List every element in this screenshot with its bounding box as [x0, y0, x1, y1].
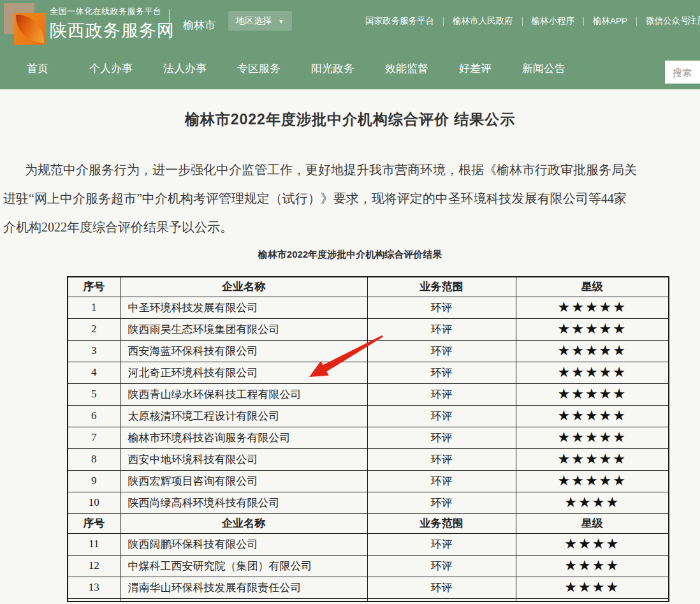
link-separator [583, 17, 584, 26]
table-row: 3 西安海蓝环保科技有限公司 环评 ★★★★★ [68, 340, 669, 362]
cell-star-rating: ★★★★ [516, 533, 669, 555]
quick-links: 国家政务服务平台 榆林市人民政府 榆林小程序 榆林APP 微信公众号 [365, 9, 689, 33]
nav-item-supervision[interactable]: 效能监督 [385, 61, 428, 76]
table-row-clipped [68, 598, 669, 601]
brand-divider [169, 9, 170, 40]
table-row: 2 陕西雨昊生态环境集团有限公司 环评 ★★★★★ [68, 318, 669, 340]
notice-paragraph-line: 进驻“网上中介服务超市”中介机构考评管理规定（试行）》要求，现将评定的中圣环境科… [3, 190, 627, 207]
cell-no: 9 [68, 470, 120, 492]
table-row: 13 渭南华山环保科技发展有限责任公司 环评 ★★★★ [68, 577, 669, 598]
table-header-row-repeat: 序号 企业名称 业务范围 星级 [68, 513, 669, 533]
cell-scope: 环评 [367, 427, 516, 448]
col-header-stars: 星级 [516, 513, 669, 533]
col-header-name: 企业名称 [120, 277, 367, 297]
table-row: 7 榆林市环境科技咨询服务有限公司 环评 ★★★★★ [68, 427, 669, 448]
table-row: 9 陕西宏辉项目咨询有限公司 环评 ★★★★★ [68, 470, 669, 492]
table-row: 8 西安中地环境科技有限公司 环评 ★★★★★ [68, 448, 669, 470]
nav-item-rating[interactable]: 好差评 [459, 61, 492, 76]
cell-scope: 环评 [367, 405, 516, 427]
cell-company-name: 西安海蓝环保科技有限公司 [120, 340, 367, 362]
nav-item-zones[interactable]: 专区服务 [237, 61, 281, 76]
cell-scope: 环评 [367, 448, 516, 470]
link-separator [522, 17, 523, 26]
register-link[interactable]: 注册 [687, 15, 700, 27]
cell-no: 2 [68, 318, 120, 340]
cell-company-name: 陕西青山绿水环保科技工程有限公司 [120, 383, 367, 405]
cell-star-rating: ★★★★★ [516, 362, 669, 383]
chevron-down-icon: ▼ [278, 11, 284, 31]
cell-scope: 环评 [367, 577, 516, 598]
cell-company-name: 中圣环境科技发展有限公司 [120, 297, 367, 318]
col-header-no: 序号 [68, 513, 120, 533]
logo-leaf-icon [16, 15, 44, 43]
link-separator [443, 17, 444, 26]
cell-star-rating: ★★★★★ [516, 405, 669, 427]
link-app[interactable]: 榆林APP [593, 15, 627, 27]
cell-star-rating: ★★★★★ [516, 318, 669, 340]
cell-company-name: 陕西宏辉项目咨询有限公司 [120, 470, 367, 492]
cell-company-name: 太原核清环境工程设计有限公司 [120, 405, 367, 427]
table-header-row: 序号 企业名称 业务范围 星级 [68, 277, 669, 297]
cell-scope: 环评 [367, 362, 516, 383]
cell-star-rating: ★★★★★ [516, 383, 669, 405]
notice-paragraph-line: 为规范中介服务行为，进一步强化中介监管工作，更好地提升我市营商环境，根据《榆林市… [3, 161, 637, 179]
col-header-name: 企业名称 [120, 513, 367, 533]
table-row: 12 中煤科工西安研究院（集团）有限公司 环评 ★★★★ [68, 555, 669, 577]
nav-item-transparency[interactable]: 阳光政务 [311, 61, 354, 76]
logo-orange-square [14, 13, 46, 45]
col-header-no: 序号 [68, 277, 120, 297]
cell-scope: 环评 [367, 340, 516, 362]
brand-text: 全国一体化在线政务服务平台 陕西政务服务网 [50, 6, 175, 42]
region-selector-button[interactable]: 地区选择 ▼ [228, 11, 292, 31]
masthead: 全国一体化在线政务服务平台 陕西政务服务网 榆林市 地区选择 ▼ 国家政务服务平… [0, 0, 700, 89]
cell-no: 5 [68, 383, 120, 405]
link-mini-program[interactable]: 榆林小程序 [532, 15, 575, 27]
cell-star-rating: ★★★★★ [516, 427, 669, 448]
cell-scope: 环评 [367, 297, 516, 318]
site-logo-icon [4, 3, 43, 43]
table-row: 11 陕西阔鹏环保科技有限公司 环评 ★★★★ [68, 533, 669, 555]
table-caption: 榆林市2022年度涉批中介机构综合评价结果 [0, 249, 700, 261]
region-selector-label: 地区选择 [236, 15, 272, 26]
col-header-scope: 业务范围 [367, 513, 516, 533]
cell-scope: 环评 [367, 470, 516, 492]
current-city[interactable]: 榆林市 [183, 18, 215, 33]
evaluation-results-table: 序号 企业名称 业务范围 星级 1 中圣环境科技发展有限公司 环评 ★★★★★ … [67, 276, 669, 602]
cell-no: 8 [68, 448, 120, 470]
page-title: 榆林市2022年度涉批中介机构综合评价 结果公示 [0, 110, 700, 129]
table-row: 6 太原核清环境工程设计有限公司 环评 ★★★★★ [68, 405, 669, 427]
cell-scope: 环评 [367, 555, 516, 577]
nav-item-personal[interactable]: 个人办事 [89, 61, 133, 76]
search-input[interactable] [665, 61, 700, 84]
link-wechat-official[interactable]: 微信公众号 [646, 15, 689, 27]
link-city-government[interactable]: 榆林市人民政府 [453, 15, 513, 27]
col-header-stars: 星级 [516, 277, 669, 297]
platform-name: 全国一体化在线政务服务平台 [50, 6, 175, 17]
cell-no: 1 [68, 297, 120, 318]
cell-no: 7 [68, 427, 120, 448]
notice-paragraph-line: 介机构2022年度综合评价结果予以公示。 [3, 219, 233, 236]
table-row: 1 中圣环境科技发展有限公司 环评 ★★★★★ [68, 297, 669, 318]
cell-no: 3 [68, 340, 120, 362]
cell-no: 6 [68, 405, 120, 427]
cell-star-rating: ★★★★ [516, 555, 669, 577]
link-separator [636, 17, 637, 26]
nav-item-home[interactable]: 首页 [27, 61, 48, 76]
cell-scope: 环评 [367, 492, 516, 513]
cell-company-name: 河北奇正环境科技有限公司 [120, 362, 367, 383]
main-nav: 首页 个人办事 法人办事 专区服务 阳光政务 效能监督 好差评 新闻公告 [0, 48, 700, 89]
nav-item-legal[interactable]: 法人办事 [163, 61, 207, 76]
cell-no: 10 [68, 492, 120, 513]
cell-scope: 环评 [367, 383, 516, 405]
table-row: 10 陕西尚绿高科环境科技有限公司 环评 ★★★★ [68, 492, 669, 513]
cell-no: 13 [68, 577, 120, 598]
link-national-platform[interactable]: 国家政务服务平台 [365, 15, 434, 27]
cell-star-rating: ★★★★★ [516, 470, 669, 492]
cell-company-name: 榆林市环境科技咨询服务有限公司 [120, 427, 367, 448]
cell-no: 11 [68, 533, 120, 555]
cell-no: 4 [68, 362, 120, 383]
cell-company-name: 西安中地环境科技有限公司 [120, 448, 367, 470]
cell-company-name: 陕西雨昊生态环境集团有限公司 [120, 318, 367, 340]
nav-item-news[interactable]: 新闻公告 [522, 61, 565, 76]
notice-page: 榆林市2022年度涉批中介机构综合评价 结果公示 为规范中介服务行为，进一步强化… [0, 89, 700, 604]
